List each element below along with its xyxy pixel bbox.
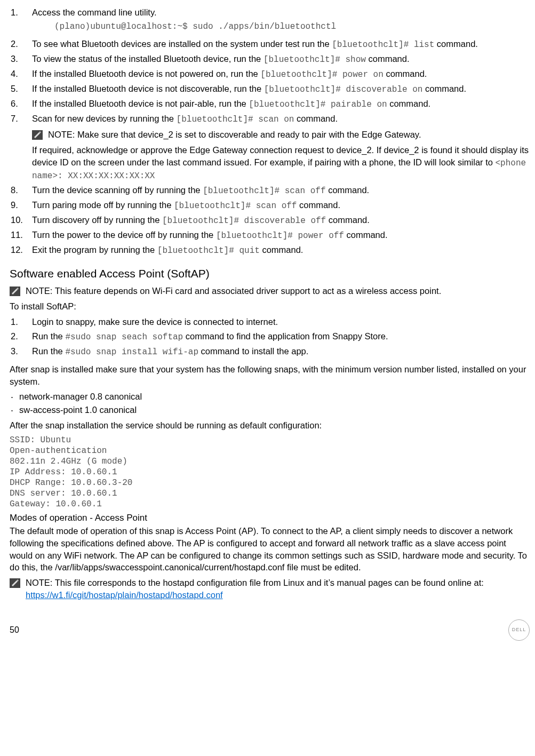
step-12: Exit the program by running the [bluetoo… [10, 244, 530, 259]
inline-code: [bluetoothclt]# power off [216, 231, 344, 241]
bullet-item: sw-access-point 1.0 canonical [10, 404, 530, 416]
note-block: NOTE: This feature depends on Wi-Fi card… [10, 285, 530, 297]
step-text-tail: command. [387, 99, 431, 108]
modes-para: The default mode of operation of this sn… [10, 525, 530, 574]
step-text: To view the status of the installed Blue… [32, 54, 263, 63]
step-text-tail: command to install the app. [198, 346, 308, 356]
note-block: NOTE: This file corresponds to the hosta… [10, 577, 530, 601]
page-number: 50 [10, 624, 19, 636]
step-text: Turn the power to the device off by runn… [32, 230, 216, 240]
bullet-item: network-manager 0.8 canonical [10, 391, 530, 403]
step-text: Exit the program by running the [32, 245, 157, 254]
step-3: To view the status of the installed Blue… [10, 53, 530, 68]
step-2: To see what Bluetooth devices are instal… [10, 38, 530, 53]
inline-code: [bluetoothclt]# scan on [177, 115, 294, 124]
step-9: Turn paring mode off by running the [blu… [10, 199, 530, 214]
softap-step-2: Run the #sudo snap seach softap command … [10, 330, 530, 345]
step-text: Turn paring mode off by running the [32, 200, 174, 210]
step-text-tail: command. [384, 69, 427, 78]
snap-bullets: network-manager 0.8 canonical sw-access-… [10, 391, 530, 416]
inline-code: [bluetoothclt]# quit [157, 246, 260, 256]
note-block: NOTE: Make sure that device_2 is set to … [32, 129, 530, 141]
step-text-tail: command. [294, 114, 338, 123]
note-text-a: NOTE: This file corresponds to the hosta… [26, 578, 484, 587]
pencil-note-icon [10, 287, 20, 296]
step-text-tail: command to find the application from Sna… [183, 331, 388, 341]
default-config-block: SSID: Ubuntu Open-authentication 802.11n… [10, 435, 530, 510]
step-6: If the installed Bluetooth device is not… [10, 98, 530, 113]
softap-step-3: Run the #sudo snap install wifi-ap comma… [10, 345, 530, 360]
step-4: If the installed Bluetooth device is not… [10, 68, 530, 83]
note-text: NOTE: Make sure that device_2 is set to … [48, 129, 421, 141]
inline-code: [bluetoothclt]# show [263, 55, 366, 65]
softap-intro: To install SoftAP: [10, 300, 530, 313]
step-text: Turn the device scanning off by running … [32, 185, 203, 195]
softap-heading: Software enabled Access Point (SoftAP) [10, 266, 530, 282]
pencil-note-icon [10, 578, 20, 588]
step-text: If the installed Bluetooth device is not… [32, 69, 260, 78]
modes-heading: Modes of operation - Access Point [10, 512, 530, 524]
pencil-note-icon [32, 130, 43, 140]
step-5: If the installed Bluetooth device is not… [10, 83, 530, 98]
softap-steps-list: Login to snappy, make sure the device is… [10, 316, 530, 360]
step-text: Login to snappy, make sure the device is… [32, 317, 278, 327]
step-text-tail: command. [326, 215, 370, 225]
bluetooth-steps-list: Access the command line utility. (plano)… [10, 6, 530, 259]
step-11: Turn the power to the device off by runn… [10, 229, 530, 244]
step-7: Scan for new devices by running the [blu… [10, 113, 530, 184]
inline-code: [bluetoothclt]# power on [260, 70, 383, 79]
note-text: NOTE: This feature depends on Wi-Fi card… [26, 285, 441, 297]
inline-code: [bluetoothclt]# scan off [174, 201, 297, 211]
note-text: NOTE: This file corresponds to the hosta… [26, 577, 530, 601]
inline-code: [bluetoothclt]# discoverable on [264, 85, 423, 94]
step-subpara: If required, acknowledge or approve the … [32, 144, 530, 182]
inline-code: [bluetoothclt]# discoverable off [162, 216, 326, 226]
softap-after1: After snap is installed make sure that y… [10, 363, 530, 388]
step-text-tail: command. [326, 185, 370, 195]
inline-code: #sudo snap seach softap [65, 332, 183, 342]
softap-step-1: Login to snappy, make sure the device is… [10, 316, 530, 330]
page-footer: 50 DELL [10, 619, 530, 641]
inline-code: [bluetoothclt]# scan off [203, 186, 325, 196]
hostapd-link[interactable]: https://w1.fi/cgit/hostap/plain/hostapd/… [26, 590, 223, 600]
step-text: Scan for new devices by running the [32, 114, 177, 123]
command-line: (plano)ubuntu@localhost:~$ sudo ./apps/b… [54, 21, 530, 33]
step-text: Run the [32, 346, 65, 356]
step-1: Access the command line utility. (plano)… [10, 6, 530, 38]
step-text: Access the command line utility. [32, 7, 157, 17]
step-text: If the installed Bluetooth device is not… [32, 84, 264, 93]
step-text: Run the [32, 331, 65, 341]
step-text-tail: command. [260, 245, 304, 254]
step-text-tail: command. [434, 39, 478, 49]
inline-code: [bluetoothclt]# pairable on [249, 100, 387, 109]
step-text: To see what Bluetooth devices are instal… [32, 39, 332, 49]
step-text-tail: command. [366, 54, 410, 63]
step-8: Turn the device scanning off by running … [10, 184, 530, 199]
inline-code: #sudo snap install wifi-ap [65, 347, 198, 357]
subpara-text: If required, acknowledge or approve the … [32, 145, 529, 167]
step-text: Turn discovery off by running the [32, 215, 162, 225]
inline-code: [bluetoothclt]# list [332, 40, 434, 50]
step-text: If the installed Bluetooth device is not… [32, 99, 249, 108]
step-text-tail: command. [344, 230, 388, 240]
dell-logo-icon: DELL [508, 619, 530, 641]
step-text-tail: command. [297, 200, 340, 210]
step-text-tail: command. [422, 84, 466, 93]
step-10: Turn discovery off by running the [bluet… [10, 214, 530, 229]
softap-after2: After the snap installation the service … [10, 419, 530, 432]
